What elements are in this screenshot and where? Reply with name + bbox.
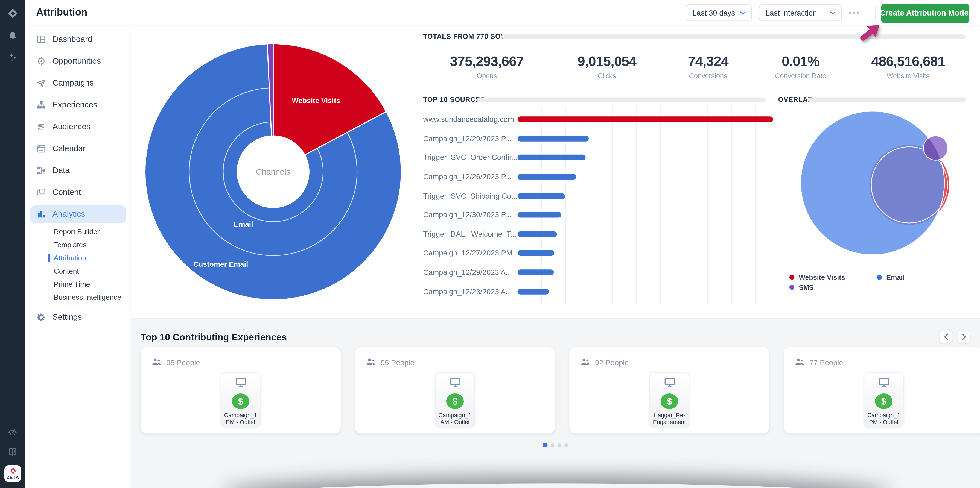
bell-icon[interactable] [0, 28, 25, 44]
flow-icon [37, 165, 46, 176]
date-range-value: Last 30 days [693, 8, 735, 17]
source-bar-area [518, 206, 773, 225]
attribution-model-select[interactable]: Last Interaction [759, 5, 842, 21]
carousel-prev-button[interactable] [939, 330, 953, 344]
stat-conversion-rate: 0.01%Conversion Rate [775, 54, 826, 79]
source-row[interactable]: Trigger_BALI_Welcome_T... [423, 225, 773, 244]
legend-label: Email [886, 274, 905, 281]
experience-node[interactable]: $ Campaign_1AM - Outlet [435, 372, 475, 427]
sidebar-subitem-report-builder[interactable]: Report Builder [25, 225, 131, 238]
sidebar-item-analytics[interactable]: Analytics [30, 205, 126, 223]
source-row[interactable]: Campaign_12/29/2023 A... [423, 263, 773, 282]
sidebar-subitem-attribution[interactable]: Attribution [25, 251, 131, 265]
source-row[interactable]: Trigger_SVC_Shipping Co... [423, 186, 773, 206]
svg-text:A: A [10, 450, 12, 453]
sidebar-item-dashboard[interactable]: Dashboard [30, 30, 126, 48]
source-label: Campaign_12/26/2023 P... [423, 173, 517, 181]
calendar-icon [37, 143, 46, 154]
date-range-select[interactable]: Last 30 days [686, 5, 752, 21]
gear-icon [37, 312, 46, 322]
monitor-icon [449, 377, 461, 390]
chevron-down-icon [740, 11, 746, 15]
sidebar-subitem-prime-time[interactable]: Prime Time [25, 277, 131, 291]
source-row[interactable]: Campaign_12/26/2023 P... [423, 167, 773, 186]
sidebar-item-opportunities[interactable]: Opportunities [30, 52, 126, 70]
legend-label: SMS [799, 284, 814, 291]
people-count: 77 People [810, 358, 843, 367]
sidebar-item-data[interactable]: Data [30, 162, 126, 179]
sidebar-item-settings[interactable]: Settings [30, 308, 126, 326]
book-icon[interactable]: A [0, 444, 25, 460]
source-bar [518, 269, 554, 275]
people-icon [152, 357, 161, 368]
source-bar [518, 117, 773, 122]
sidebar-item-audiences[interactable]: Audiences [30, 118, 126, 135]
people-count: 95 People [166, 358, 200, 367]
dollar-icon: $ [660, 393, 678, 409]
carousel-next-button[interactable] [957, 330, 970, 344]
source-row[interactable]: Campaign_12/29/2023 P... [423, 129, 773, 148]
experience-card[interactable]: 95 People $ Campaign_1PM - Outlet [140, 347, 340, 433]
carousel-dot[interactable] [558, 443, 562, 447]
monitor-icon [878, 377, 889, 390]
sitemap-icon [37, 100, 46, 110]
experience-card[interactable]: 95 People $ Campaign_1AM - Outlet [355, 347, 555, 433]
dashboard-icon [37, 34, 46, 44]
stat-conversions: 74,324Conversions [688, 54, 729, 79]
sidebar-item-campaigns[interactable]: Campaigns [30, 74, 126, 92]
sidebar-item-content[interactable]: Content [30, 183, 126, 201]
sidebar-item-experiences[interactable]: Experiences [30, 96, 126, 113]
experience-node-label: Campaign_1AM - Outlet [439, 412, 472, 426]
pages-icon [37, 187, 46, 197]
source-row[interactable]: Trigger_SVC_Order Confir... [423, 148, 773, 167]
source-bar [518, 136, 589, 141]
source-row[interactable]: www.sundancecatalog.com [423, 110, 773, 129]
top-sources-pill [476, 98, 765, 102]
more-actions-button[interactable]: ••• [849, 5, 860, 21]
source-row[interactable]: Campaign_12/23/2023 A... [423, 282, 773, 301]
sidebar-item-calendar[interactable]: Calendar [30, 139, 126, 157]
stat-website-visits: 486,516,681Website Visits [871, 54, 945, 79]
experience-node[interactable]: $ Campaign_1PM - Outlet [221, 372, 261, 427]
app-rail: A ZETA [0, 0, 25, 488]
source-label: Trigger_SVC_Order Confir... [423, 153, 517, 162]
source-row[interactable]: Campaign_12/30/2023 P... [423, 206, 773, 225]
experience-node[interactable]: $ Haggar_Re-Engagement [649, 372, 689, 427]
experience-card[interactable]: 77 People $ Campaign_1PM - Outlet [784, 347, 980, 433]
create-attribution-model-button[interactable]: Create Attribution Model [881, 3, 969, 23]
attribution-model-value: Last Interaction [765, 8, 817, 17]
experience-node[interactable]: $ Campaign_1PM - Outlet [864, 372, 904, 427]
target-icon [37, 56, 46, 66]
chevron-down-icon [830, 11, 835, 15]
source-label: Trigger_BALI_Welcome_T... [423, 230, 517, 239]
people-icon [581, 357, 590, 368]
source-label: Campaign_12/30/2023 P... [423, 211, 517, 219]
source-row[interactable]: Campaign_12/27/2023 PM... [423, 244, 773, 263]
source-bar [518, 212, 562, 218]
source-label: Campaign_12/27/2023 PM... [423, 249, 517, 258]
overlap-pill [807, 98, 966, 102]
stat-value: 375,293,667 [450, 54, 524, 70]
svg-text:Email: Email [234, 220, 253, 228]
source-bar-area [518, 148, 773, 167]
carousel-dot[interactable] [565, 443, 568, 447]
source-bar [518, 250, 555, 256]
carousel-dot-active[interactable] [543, 443, 547, 447]
header-divider [875, 6, 875, 21]
experience-card[interactable]: 92 People $ Haggar_Re-Engagement [569, 347, 769, 433]
zeta-logo-badge[interactable]: ZETA [5, 465, 21, 482]
zeta-mark-icon[interactable] [0, 5, 25, 21]
stat-label: Clicks [578, 72, 636, 79]
sidebar-subitem-templates[interactable]: Templates [25, 238, 131, 251]
source-bar-area [518, 282, 773, 301]
carousel-dot[interactable] [551, 443, 555, 447]
sparkles-icon[interactable] [0, 49, 25, 65]
gauge-icon[interactable] [0, 423, 25, 439]
sidebar-subitem-content[interactable]: Content [25, 265, 131, 277]
legend-item-website-visits: Website Visits [789, 274, 845, 281]
stat-value: 0.01% [775, 54, 826, 70]
experience-node-label: Campaign_1PM - Outlet [224, 412, 257, 426]
channels-sunburst-chart[interactable]: ChannelsWebsite VisitsEmailCustomer Emai… [145, 44, 401, 300]
monitor-icon [235, 377, 247, 390]
sidebar-subitem-business-intelligence[interactable]: Business Intelligence [25, 291, 131, 304]
